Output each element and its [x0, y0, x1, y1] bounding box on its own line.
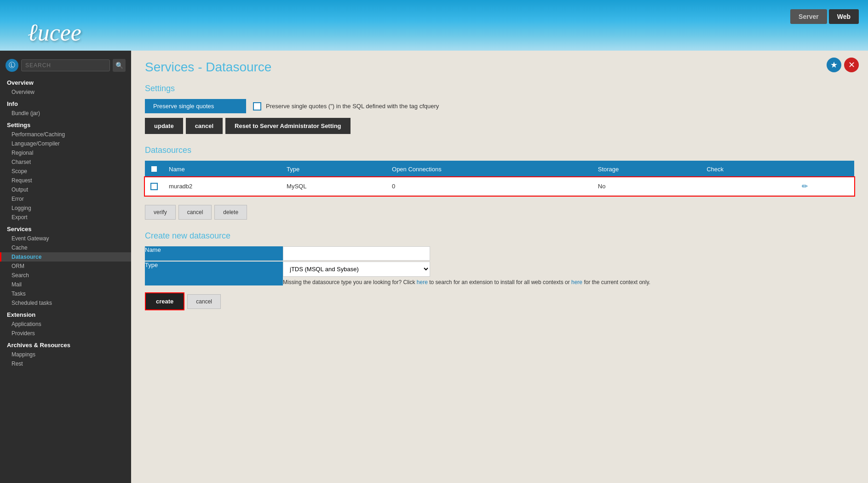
col-check: Check — [701, 161, 796, 177]
top-right-buttons: Server Web — [790, 9, 859, 24]
reset-button[interactable]: Reset to Server Administrator Setting — [225, 118, 350, 134]
row-storage: No — [592, 177, 701, 196]
update-button[interactable]: update — [145, 118, 183, 134]
table-cancel-button[interactable]: cancel — [178, 205, 212, 220]
row-check — [701, 177, 796, 196]
logo: ℓucee — [0, 19, 81, 46]
create-form-table: Name Type jTDS (MSQL and Sybase) MySQL P… — [145, 246, 854, 285]
type-note: Missing the datasource type you are look… — [283, 279, 854, 285]
edit-icon[interactable]: ✏ — [802, 182, 808, 190]
sidebar-item-performance-caching[interactable]: Performance/Caching — [0, 130, 131, 139]
sidebar: Ⓛ 🔍 Overview Overview Info Bundle (jar) … — [0, 51, 131, 483]
web-button[interactable]: Web — [829, 9, 859, 24]
section-title-info: Info — [0, 97, 131, 109]
row-checkbox-cell — [145, 177, 163, 196]
sidebar-item-logging[interactable]: Logging — [0, 204, 131, 213]
section-title-archives: Archives & Resources — [0, 338, 131, 350]
note-part3: for the current context only. — [584, 279, 650, 285]
content-area: ★ ✕ Services - Datasource Settings Prese… — [131, 51, 868, 483]
select-all-checkbox[interactable] — [150, 165, 158, 173]
note-part2: to search for an extension to install fo… — [429, 279, 571, 285]
star-button[interactable]: ★ — [827, 58, 841, 72]
top-bar: ℓucee Server Web — [0, 0, 868, 51]
preserve-quotes-label: Preserve single quotes — [145, 99, 246, 113]
row-open-connections: 0 — [386, 177, 592, 196]
lucee-icon: Ⓛ — [6, 59, 18, 72]
sidebar-item-scheduled-tasks[interactable]: Scheduled tasks — [0, 298, 131, 308]
sidebar-item-tasks[interactable]: Tasks — [0, 289, 131, 298]
section-title-extension: Extension — [0, 308, 131, 320]
row-name: muradb2 — [163, 177, 281, 196]
row-edit[interactable]: ✏ — [796, 177, 854, 196]
content-top-icons: ★ ✕ — [827, 58, 859, 72]
sidebar-item-overview[interactable]: Overview — [0, 87, 131, 97]
sidebar-item-scope[interactable]: Scope — [0, 167, 131, 176]
sidebar-item-mail[interactable]: Mail — [0, 280, 131, 289]
datasources-section-title: Datasources — [145, 145, 854, 155]
sidebar-item-mappings[interactable]: Mappings — [0, 350, 131, 359]
col-type: Type — [281, 161, 386, 177]
note-part1: Missing the datasource type you are look… — [283, 279, 417, 285]
section-title-overview: Overview — [0, 76, 131, 87]
section-title-services: Services — [0, 222, 131, 234]
sidebar-item-request[interactable]: Request — [0, 176, 131, 185]
server-button[interactable]: Server — [790, 9, 827, 24]
sidebar-item-datasource[interactable]: Datasource — [0, 252, 131, 262]
sidebar-item-export[interactable]: Export — [0, 213, 131, 222]
form-row-name: Name — [145, 246, 854, 261]
row-type: MySQL — [281, 177, 386, 196]
col-storage: Storage — [592, 161, 701, 177]
datasources-table: Name Type Open Connections Storage Check… — [145, 161, 854, 196]
sidebar-item-event-gateway[interactable]: Event Gateway — [0, 234, 131, 243]
settings-btn-row: update cancel Reset to Server Administra… — [145, 118, 854, 134]
table-action-row: verify cancel delete — [145, 205, 854, 220]
sidebar-item-applications[interactable]: Applications — [0, 320, 131, 329]
preserve-quotes-checkbox-area: Preserve single quotes (") in the SQL de… — [253, 102, 439, 111]
verify-button[interactable]: verify — [145, 205, 176, 220]
create-button[interactable]: create — [145, 292, 184, 310]
sidebar-item-orm[interactable]: ORM — [0, 262, 131, 271]
close-button[interactable]: ✕ — [844, 58, 859, 72]
col-checkbox — [145, 161, 163, 177]
col-open-connections: Open Connections — [386, 161, 592, 177]
create-section-title: Create new datasource — [145, 231, 854, 241]
search-button[interactable]: 🔍 — [113, 59, 126, 72]
page-title: Services - Datasource — [145, 60, 854, 75]
sidebar-item-language-compiler[interactable]: Language/Compiler — [0, 139, 131, 148]
main-layout: Ⓛ 🔍 Overview Overview Info Bundle (jar) … — [0, 51, 868, 483]
section-title-settings: Settings — [0, 118, 131, 130]
sidebar-item-rest[interactable]: Rest — [0, 359, 131, 368]
settings-cancel-button[interactable]: cancel — [186, 118, 223, 134]
col-actions — [796, 161, 854, 177]
type-select[interactable]: jTDS (MSQL and Sybase) MySQL PostgreSQL … — [283, 262, 430, 277]
note-link1[interactable]: here — [417, 279, 428, 285]
name-input-cell — [283, 246, 854, 261]
sidebar-item-cache[interactable]: Cache — [0, 243, 131, 252]
sidebar-item-providers[interactable]: Providers — [0, 329, 131, 338]
sidebar-item-search[interactable]: Search — [0, 271, 131, 280]
create-cancel-button[interactable]: cancel — [187, 294, 221, 309]
type-label: Type — [145, 262, 283, 285]
row-checkbox[interactable] — [150, 183, 158, 190]
form-row-type: Type jTDS (MSQL and Sybase) MySQL Postgr… — [145, 262, 854, 285]
sidebar-item-charset[interactable]: Charset — [0, 157, 131, 167]
delete-button[interactable]: delete — [214, 205, 247, 220]
table-row: muradb2 MySQL 0 No ✏ — [145, 177, 854, 196]
col-name: Name — [163, 161, 281, 177]
type-input-cell: jTDS (MSQL and Sybase) MySQL PostgreSQL … — [283, 262, 854, 285]
sidebar-item-output[interactable]: Output — [0, 185, 131, 194]
note-link2[interactable]: here — [571, 279, 582, 285]
settings-section-title: Settings — [145, 84, 854, 93]
sidebar-search-row: Ⓛ 🔍 — [0, 55, 131, 76]
sidebar-item-regional[interactable]: Regional — [0, 148, 131, 157]
setting-preserve-quotes-row: Preserve single quotes Preserve single q… — [145, 99, 854, 113]
datasources-table-wrapper: Name Type Open Connections Storage Check… — [145, 161, 854, 196]
sidebar-item-error[interactable]: Error — [0, 194, 131, 204]
name-label: Name — [145, 246, 283, 261]
search-input[interactable] — [21, 59, 110, 71]
preserve-quotes-text: Preserve single quotes (") in the SQL de… — [266, 103, 439, 110]
create-btn-row: create cancel — [145, 292, 854, 310]
sidebar-item-bundle-jar[interactable]: Bundle (jar) — [0, 109, 131, 118]
preserve-quotes-checkbox[interactable] — [253, 102, 261, 111]
name-input[interactable] — [283, 246, 430, 261]
